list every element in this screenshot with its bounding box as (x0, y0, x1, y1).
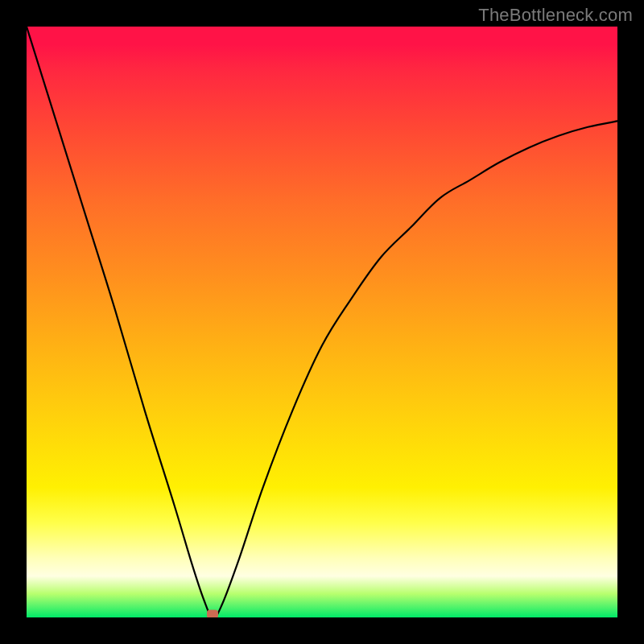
chart-frame: TheBottleneck.com (0, 0, 644, 644)
plot-area (27, 27, 617, 617)
curve-layer (27, 27, 617, 617)
bottleneck-curve (27, 27, 617, 617)
optimum-marker (207, 610, 218, 617)
watermark-text: TheBottleneck.com (478, 5, 633, 26)
